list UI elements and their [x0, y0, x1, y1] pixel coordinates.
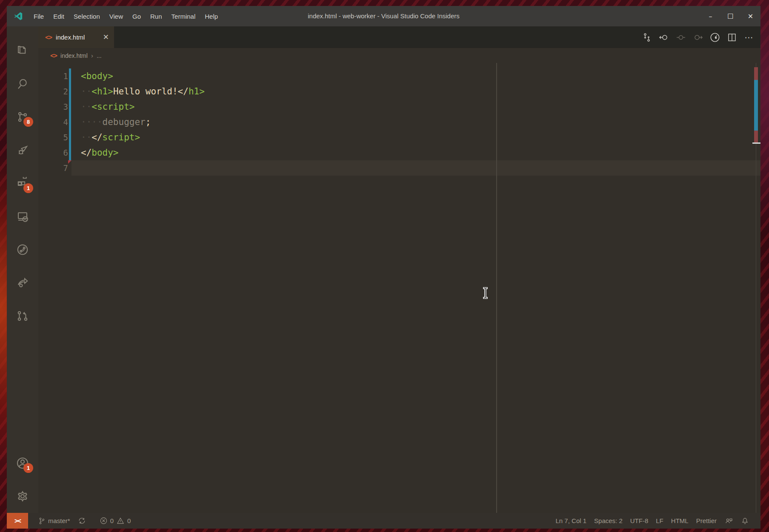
breadcrumb-file[interactable]: index.html — [60, 52, 88, 59]
gutter-deleted-indicator — [68, 160, 71, 164]
code-line[interactable]: 4····debugger; — [38, 114, 760, 130]
status-html[interactable]: HTML — [667, 513, 692, 529]
line-number: 3 — [38, 99, 68, 114]
search-icon[interactable] — [7, 67, 38, 100]
code-line[interactable]: 3··<script> — [38, 99, 760, 114]
menu-go[interactable]: Go — [128, 10, 146, 23]
menu-file[interactable]: File — [29, 10, 49, 23]
tab-label: index.html — [56, 34, 85, 41]
source-control-icon[interactable]: 8 — [7, 100, 38, 134]
status-lf[interactable]: LF — [652, 513, 667, 529]
notifications-bell[interactable] — [737, 513, 753, 529]
menu-bar: FileEditSelectionViewGoRunTerminalHelp — [29, 10, 223, 23]
feedback-icon-item[interactable] — [720, 513, 737, 529]
minimize-button[interactable]: – — [700, 6, 720, 26]
branch-name: master* — [48, 517, 70, 524]
line-number: 4 — [38, 114, 68, 130]
feedback-icon — [724, 517, 733, 525]
timeline-icon[interactable] — [709, 32, 720, 43]
line-number: 6 — [38, 145, 68, 160]
vscode-insiders-logo — [14, 11, 23, 21]
branch-icon — [38, 517, 46, 525]
problems-status[interactable]: 0 0 — [96, 513, 135, 529]
editor-actions: ⋯ — [641, 26, 755, 48]
settings-gear-icon[interactable] — [7, 480, 38, 513]
code-line[interactable]: 2··<h1>Hello world!</h1> — [38, 84, 760, 99]
code-lines: 1<body>2··<h1>Hello world!</h1>3··<scrip… — [38, 68, 760, 176]
explorer-icon[interactable] — [7, 34, 38, 67]
sync-changes-button[interactable] — [74, 513, 90, 529]
status-utf-8[interactable]: UTF-8 — [626, 513, 652, 529]
run-debug-icon[interactable] — [7, 134, 38, 167]
status-bar: >< master* 0 0 Ln — [7, 513, 760, 529]
warning-count: 0 — [127, 517, 131, 524]
open-changes-icon[interactable] — [641, 32, 652, 43]
line-text: ··<h1>Hello world!</h1> — [68, 84, 205, 99]
line-text: ····debugger; — [68, 114, 151, 130]
source-control-badge: 8 — [23, 117, 33, 127]
line-number: 1 — [38, 68, 68, 84]
status-ln-7-col-1[interactable]: Ln 7, Col 1 — [552, 513, 591, 529]
menu-edit[interactable]: Edit — [49, 10, 69, 23]
chevron-right-icon: › — [91, 52, 93, 59]
window-controls: – ☐ ✕ — [700, 6, 760, 26]
code-line[interactable]: 5··</script> — [38, 130, 760, 145]
remote-explorer-icon[interactable] — [7, 200, 38, 233]
split-editor-icon[interactable] — [726, 32, 738, 43]
navigate-forward-icon[interactable] — [692, 32, 703, 43]
account-badge: 1 — [23, 463, 33, 473]
more-actions-icon[interactable]: ⋯ — [743, 32, 755, 43]
code-line[interactable]: 6</body> — [38, 145, 760, 160]
line-text: ··<script> — [68, 99, 134, 114]
navigate-back-icon[interactable] — [658, 32, 669, 43]
account-icon[interactable]: 1 — [7, 447, 38, 480]
line-text: ··</script> — [68, 130, 140, 145]
activity-bar: 8 1 — [7, 26, 38, 513]
menu-terminal[interactable]: Terminal — [167, 10, 200, 23]
error-count: 0 — [110, 517, 114, 524]
status-bar-right: Ln 7, Col 1Spaces: 2UTF-8LFHTMLPrettier — [552, 513, 760, 529]
code-line[interactable]: 1<body> — [38, 68, 760, 84]
live-share-icon[interactable] — [7, 266, 38, 299]
git-graph-icon[interactable] — [7, 233, 38, 266]
overview-modified-marker — [754, 80, 758, 131]
menu-selection[interactable]: Selection — [69, 10, 105, 23]
gutter-modified-indicator — [69, 68, 71, 160]
menu-view[interactable]: View — [105, 10, 128, 23]
extensions-badge: 1 — [23, 183, 33, 193]
sync-icon — [78, 517, 86, 525]
menu-help[interactable]: Help — [200, 10, 223, 23]
git-branch-status[interactable]: master* — [34, 513, 74, 529]
overview-ruler[interactable] — [752, 63, 760, 513]
pull-request-icon[interactable] — [7, 299, 38, 333]
line-text: <body> — [68, 68, 113, 84]
tab-close-icon[interactable]: ✕ — [103, 33, 109, 42]
line-text: </body> — [68, 145, 119, 160]
vscode-window: FileEditSelectionViewGoRunTerminalHelp i… — [7, 6, 760, 529]
warning-icon — [116, 517, 125, 525]
tab-index-html[interactable]: <> index.html ✕ — [38, 26, 114, 48]
remote-indicator[interactable]: >< — [7, 513, 28, 529]
status-spaces-2[interactable]: Spaces: 2 — [590, 513, 626, 529]
code-editor[interactable]: 1<body>2··<h1>Hello world!</h1>3··<scrip… — [38, 63, 760, 513]
code-line[interactable]: 7 — [38, 160, 760, 176]
extensions-icon[interactable]: 1 — [7, 167, 38, 200]
html-file-icon: <> — [50, 52, 57, 60]
window-title: index.html - web-worker - Visual Studio … — [308, 6, 460, 26]
menu-run[interactable]: Run — [146, 10, 167, 23]
bell-icon — [741, 517, 749, 525]
line-number: 2 — [38, 84, 68, 99]
maximize-button[interactable]: ☐ — [720, 6, 740, 26]
tab-bar: <> index.html ✕ — [38, 26, 760, 48]
overview-deleted-marker — [754, 67, 758, 80]
overview-slider-edge — [752, 142, 760, 144]
status-prettier[interactable]: Prettier — [692, 513, 720, 529]
column-ruler — [496, 63, 497, 513]
breadcrumb-symbol[interactable]: ... — [97, 52, 102, 59]
current-location-icon[interactable] — [675, 32, 686, 43]
mouse-ibeam-cursor — [482, 287, 489, 299]
remote-glyph-icon: >< — [14, 517, 20, 525]
close-button[interactable]: ✕ — [740, 6, 760, 26]
line-number: 7 — [38, 160, 68, 176]
html-file-icon: <> — [45, 34, 52, 41]
